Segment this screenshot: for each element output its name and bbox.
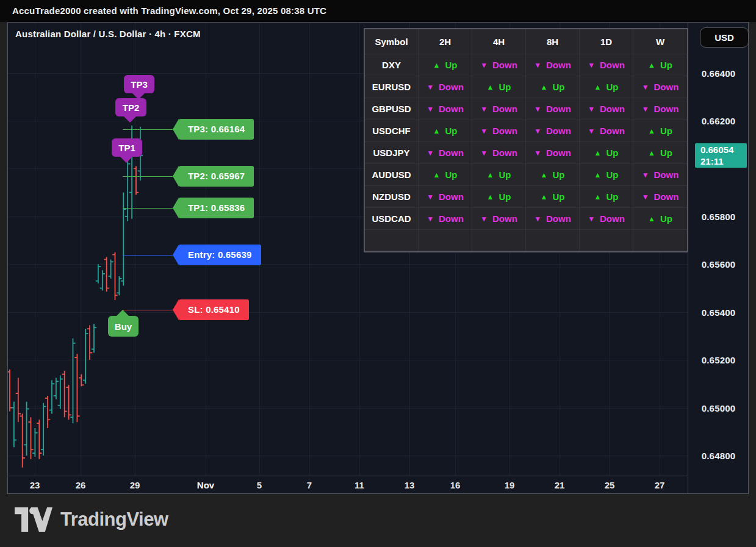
currency-toggle-label: USD (715, 32, 734, 43)
matrix-header-cell: Symbol (365, 29, 419, 54)
time-axis-label: 23 (30, 480, 40, 490)
tp2-line (123, 176, 173, 177)
tp1-label-text: TP1: 0.65836 (179, 198, 254, 218)
matrix-signal-text: Down (492, 60, 517, 70)
matrix-signal-cell: ▲Up (419, 120, 472, 142)
signal-matrix-table: Symbol2H4H8H1DWDXY▲Up▼Down▼Down▼Down▲UpE… (364, 28, 688, 252)
matrix-header-cell: 8H (526, 29, 580, 54)
down-triangle-icon: ▼ (534, 105, 541, 113)
down-triangle-icon: ▼ (534, 149, 541, 157)
up-triangle-icon: ▲ (541, 193, 548, 201)
price-axis-label: 0.65200 (688, 355, 749, 365)
matrix-signal-cell: ▼Down (419, 208, 472, 230)
matrix-signal-text: Up (660, 60, 672, 70)
down-triangle-icon: ▼ (427, 149, 434, 157)
matrix-signal-text: Down (439, 82, 464, 92)
matrix-signal-text: Down (654, 170, 679, 180)
price-axis-label: 0.64800 (688, 451, 749, 461)
matrix-signal-cell: ▼Down (580, 208, 633, 230)
down-triangle-icon: ▼ (642, 105, 649, 113)
matrix-symbol-cell: USDCHF (365, 120, 419, 142)
tp2-label-pointer (173, 166, 179, 187)
matrix-signal-text: Up (606, 82, 618, 92)
up-triangle-icon: ▲ (433, 61, 441, 70)
matrix-signal-cell: ▼Down (580, 54, 633, 76)
matrix-signal-text: Down (492, 104, 517, 114)
up-triangle-icon: ▲ (648, 215, 655, 223)
matrix-signal-cell: ▲Up (526, 164, 580, 186)
matrix-signal-cell: ▼Down (419, 142, 472, 164)
chart-title: Australian Dollar / U.S. Dollar · 4h · F… (15, 29, 201, 39)
time-axis-label: 26 (76, 480, 86, 490)
up-triangle-icon: ▲ (487, 83, 494, 91)
down-triangle-icon: ▼ (427, 83, 434, 91)
up-triangle-icon: ▲ (487, 193, 494, 201)
matrix-signal-cell: ▲Up (580, 164, 633, 186)
entry-label-pointer (173, 245, 179, 265)
matrix-signal-text: Down (654, 104, 679, 114)
matrix-signal-cell: ▼Down (633, 164, 687, 186)
current-price-badge: 0.66054 21:11 (695, 143, 747, 168)
down-triangle-icon: ▼ (480, 105, 488, 113)
matrix-signal-cell: ▼Down (526, 98, 580, 120)
time-axis-label: 29 (130, 480, 140, 490)
matrix-signal-text: Up (606, 191, 618, 202)
down-triangle-icon: ▼ (427, 105, 434, 113)
buy-marker: Buy (108, 316, 139, 337)
down-triangle-icon: ▼ (588, 215, 595, 223)
matrix-signal-text: Up (660, 213, 672, 224)
time-axis-label: 16 (450, 480, 461, 490)
tradingview-logo-link[interactable]: TradingView (15, 507, 168, 532)
down-triangle-icon: ▼ (588, 105, 595, 113)
matrix-signal-text: Down (492, 213, 517, 224)
down-triangle-icon: ▼ (427, 193, 434, 201)
up-triangle-icon: ▲ (433, 127, 441, 135)
matrix-signal-cell: ▲Up (580, 142, 633, 164)
time-axis-label: 13 (405, 480, 415, 490)
down-triangle-icon: ▼ (642, 171, 649, 179)
matrix-signal-cell: ▼Down (526, 142, 580, 164)
matrix-signal-cell: ▲Up (472, 164, 526, 186)
up-triangle-icon: ▲ (648, 61, 655, 70)
matrix-signal-text: Up (660, 148, 672, 158)
sl-label-text: SL: 0.65410 (179, 299, 249, 320)
matrix-signal-text: Up (499, 170, 511, 180)
matrix-signal-text: Up (499, 82, 511, 92)
down-triangle-icon: ▼ (642, 193, 649, 201)
matrix-signal-cell: ▼Down (472, 142, 526, 164)
down-triangle-icon: ▼ (480, 127, 488, 135)
matrix-signal-cell: ▲Up (419, 54, 472, 76)
up-triangle-icon: ▲ (541, 171, 548, 179)
tp1-marker-text: TP1 (118, 143, 135, 153)
matrix-signal-text: Up (445, 170, 457, 180)
up-triangle-icon: ▲ (594, 171, 602, 179)
tradingview-logo-icon (15, 507, 52, 532)
up-triangle-icon: ▲ (433, 171, 441, 179)
matrix-signal-text: Up (552, 82, 564, 92)
matrix-signal-text: Down (546, 148, 571, 158)
matrix-signal-cell: ▼Down (472, 54, 526, 76)
matrix-header-cell: 4H (472, 29, 526, 54)
currency-toggle-button[interactable]: USD (700, 27, 749, 48)
price-axis: 0.66054 21:11 0.664000.662000.658000.656… (688, 23, 748, 493)
sl-label-pointer (173, 299, 179, 320)
matrix-signal-text: Down (546, 104, 571, 114)
matrix-signal-cell: ▼Down (526, 54, 580, 76)
matrix-signal-text: Down (439, 191, 464, 202)
time-axis-label: 5 (257, 480, 262, 490)
tp1-marker: TP1 (112, 138, 142, 157)
matrix-signal-cell (633, 230, 687, 251)
matrix-signal-text: Up (499, 191, 511, 202)
time-axis: 232629Nov5711131619212527 (8, 476, 688, 493)
buy-marker-text: Buy (115, 321, 132, 332)
matrix-signal-text: Down (546, 213, 571, 224)
matrix-signal-cell: ▲Up (472, 186, 526, 208)
matrix-signal-text: Down (492, 148, 517, 158)
matrix-signal-text: Up (445, 60, 457, 70)
down-triangle-icon: ▼ (534, 127, 541, 135)
tp3-label: TP3: 0.66164 (173, 119, 254, 140)
up-triangle-icon: ▲ (541, 83, 548, 91)
up-triangle-icon: ▲ (487, 171, 494, 179)
matrix-signal-text: Down (600, 126, 625, 136)
entry-label: Entry: 0.65639 (173, 245, 261, 265)
